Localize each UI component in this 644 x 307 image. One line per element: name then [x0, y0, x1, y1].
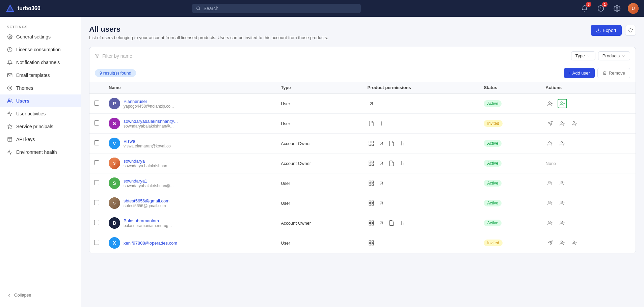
user-actions: None	[541, 154, 636, 173]
type-dropdown[interactable]: Type	[571, 51, 595, 60]
edit-user-icon[interactable]	[545, 99, 555, 108]
user-avatar-cell: S	[109, 197, 120, 209]
row-checkbox[interactable]	[94, 160, 99, 165]
remove-button[interactable]: Remove	[597, 68, 630, 78]
notifications-btn[interactable]: 3	[579, 3, 590, 14]
add-user-icon[interactable]	[558, 99, 567, 108]
grid-icon	[367, 159, 375, 167]
row-checkbox[interactable]	[94, 220, 99, 225]
user-name[interactable]: Viswa	[124, 139, 171, 144]
edit-user-icon[interactable]	[545, 198, 555, 208]
edit-user-icon[interactable]	[545, 139, 555, 148]
activity-icon	[7, 111, 13, 117]
svg-marker-17	[95, 54, 99, 58]
remove-user-icon[interactable]	[558, 139, 567, 148]
svg-rect-86	[372, 244, 374, 245]
grid-icon	[367, 199, 375, 207]
user-name[interactable]: sowndaryabalakrishnan@...	[124, 119, 178, 124]
user-name[interactable]: Planneruser	[124, 99, 174, 104]
user-avatar-cell: X	[109, 237, 120, 249]
user-email: sowndarya.balakrishnan...	[124, 164, 170, 168]
search-bar[interactable]	[192, 4, 361, 13]
sidebar-item-environment-health[interactable]: Environment health	[0, 146, 81, 159]
row-checkbox[interactable]	[94, 101, 99, 106]
edit-user-icon[interactable]	[545, 178, 555, 188]
action-btns: + Add user Remove	[564, 68, 630, 78]
alerts-btn[interactable]: 1	[595, 3, 606, 14]
user-email: sowndaryabalakrishnan@...	[124, 124, 178, 129]
svg-rect-71	[369, 221, 371, 222]
user-email: balasubramaniam.murug...	[124, 223, 172, 228]
user-name[interactable]: sowndarya	[124, 159, 170, 164]
svg-rect-47	[372, 161, 374, 163]
sidebar-item-service-principals[interactable]: Service principals	[0, 120, 81, 133]
svg-rect-49	[372, 164, 374, 166]
filter-input[interactable]	[102, 53, 170, 59]
send-icon[interactable]	[545, 238, 555, 248]
header-actions: Export	[591, 25, 636, 36]
edit-user-icon[interactable]	[545, 218, 555, 228]
settings-btn[interactable]	[612, 3, 622, 14]
sidebar-item-themes[interactable]: Themes	[0, 82, 81, 94]
refresh-button[interactable]	[625, 25, 636, 36]
svg-point-21	[561, 102, 562, 103]
user-avatar[interactable]: U	[628, 3, 639, 14]
svg-rect-46	[369, 161, 371, 163]
add-user-button[interactable]: + Add user	[564, 68, 595, 78]
app-name: turbo360	[18, 5, 41, 11]
sidebar-item-email-templates[interactable]: Email templates	[0, 69, 81, 82]
user-email: sbtest5656@gmail.com	[124, 203, 169, 208]
sidebar-collapse-btn[interactable]: Collapse	[0, 288, 81, 302]
sidebar-item-license-consumption[interactable]: License consumption	[0, 43, 81, 56]
search-input[interactable]	[204, 6, 357, 11]
grid-icon	[367, 239, 375, 247]
sidebar-item-notification-channels[interactable]: Notification channels	[0, 56, 81, 69]
user-name[interactable]: Balasubramaniam	[124, 218, 172, 223]
sidebar-item-user-activities[interactable]: User activities	[0, 107, 81, 120]
table-row: P Planneruser yapogo4458@nolanzip.co... …	[89, 94, 636, 114]
user-status: Active	[479, 173, 541, 193]
edit-user-icon[interactable]	[558, 238, 567, 248]
users-icon	[7, 98, 13, 104]
user-info: sowndaryabalakrishnan@... sowndaryabalak…	[124, 119, 178, 129]
svg-marker-12	[7, 124, 12, 129]
remove-user-icon[interactable]	[558, 178, 567, 188]
table-row: V Viswa viswa.elamaran@kovai.co Account …	[89, 134, 636, 154]
user-name[interactable]: sowndarya1	[124, 178, 173, 184]
remove-user-icon[interactable]	[570, 238, 579, 248]
svg-point-6	[616, 8, 618, 9]
sidebar-item-general-settings[interactable]: General settings	[0, 30, 81, 43]
products-dropdown[interactable]: Products	[598, 51, 630, 60]
chart-icon	[377, 119, 385, 128]
svg-rect-74	[372, 224, 374, 225]
arrow-icon	[367, 100, 375, 108]
row-checkbox[interactable]	[94, 180, 99, 185]
sidebar: SETTINGS General settings License consum…	[0, 17, 81, 307]
user-info: Balasubramaniam balasubramaniam.murug...	[124, 218, 172, 228]
user-name[interactable]: sbtest5656@gmail.com	[124, 198, 169, 203]
remove-user-icon[interactable]	[558, 198, 567, 208]
export-button[interactable]: Export	[591, 25, 622, 36]
sidebar-item-users[interactable]: Users	[0, 94, 81, 107]
page-title-area: All users List of users belonging to you…	[89, 25, 328, 40]
user-type: Account Owner	[276, 213, 363, 233]
user-actions	[541, 134, 636, 154]
svg-rect-13	[8, 137, 12, 141]
row-checkbox[interactable]	[94, 140, 99, 145]
send-icon[interactable]	[545, 119, 555, 128]
row-checkbox[interactable]	[94, 240, 99, 245]
remove-user-icon[interactable]	[570, 119, 579, 128]
user-cell: P Planneruser yapogo4458@nolanzip.co...	[109, 98, 271, 109]
row-checkbox[interactable]	[94, 200, 99, 205]
user-name[interactable]: xenif97808@operades.com	[124, 241, 177, 246]
row-checkbox[interactable]	[94, 120, 99, 125]
col-name: Name	[104, 82, 276, 94]
user-info: sowndarya sowndarya.balakrishnan...	[124, 159, 170, 168]
status-badge: Invited	[484, 240, 502, 246]
svg-point-44	[561, 141, 563, 143]
edit-user-icon[interactable]	[558, 119, 567, 128]
remove-user-icon[interactable]	[558, 218, 567, 228]
sidebar-item-api-keys[interactable]: API keys	[0, 133, 81, 146]
status-badge: Active	[484, 140, 502, 147]
svg-point-32	[573, 121, 575, 123]
